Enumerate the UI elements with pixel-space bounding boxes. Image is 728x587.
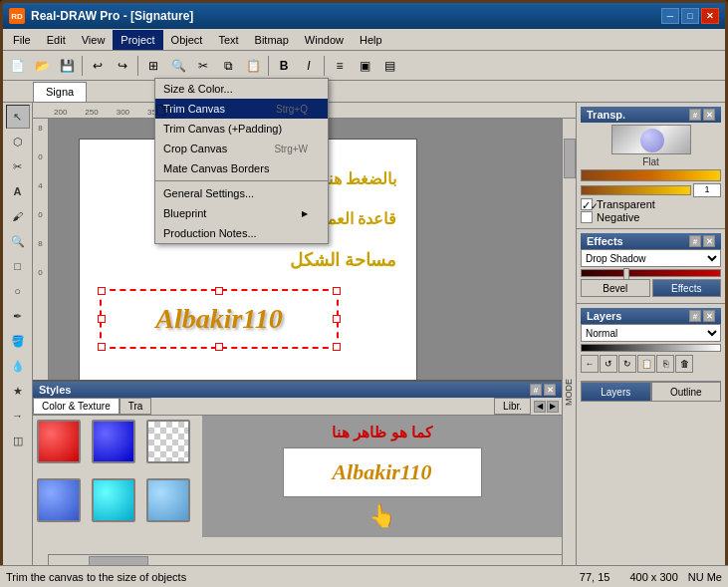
layers-pin[interactable]: #	[689, 310, 701, 322]
zoom-tool[interactable]: 🔍	[6, 229, 30, 253]
bevel-button[interactable]: Bevel	[581, 279, 650, 297]
menu-text[interactable]: Text	[210, 30, 246, 50]
swatch-transparent[interactable]	[146, 420, 190, 463]
styles-tab-lib[interactable]: Libr.	[494, 398, 531, 415]
resize-handle-tl[interactable]	[98, 287, 106, 295]
swatch-dark-blue[interactable]	[37, 478, 81, 522]
styles-nav-left[interactable]: ◀	[534, 401, 546, 413]
scroll-thumb[interactable]	[564, 139, 576, 178]
zoom-fit-icon[interactable]: ⊞	[141, 54, 165, 78]
resize-handle-mr[interactable]	[333, 315, 341, 323]
effects-button[interactable]: Effects	[652, 279, 722, 297]
transparent-checkbox[interactable]: ✓	[581, 198, 593, 210]
brush-tool[interactable]: 🖌	[6, 204, 30, 228]
color-gradient-bar[interactable]	[581, 169, 721, 181]
maximize-button[interactable]: □	[681, 8, 699, 24]
crop-tool[interactable]: ✂	[6, 154, 30, 178]
layers-opacity-slider[interactable]	[581, 344, 721, 352]
menu-help[interactable]: Help	[352, 30, 390, 50]
ungroup-icon[interactable]: ▤	[377, 54, 401, 78]
paste-icon[interactable]: 📋	[241, 54, 265, 78]
transp-close[interactable]: ✕	[703, 109, 715, 121]
swatch-red[interactable]	[37, 420, 81, 463]
styles-close-btn[interactable]: ✕	[544, 384, 556, 396]
styles-nav-right[interactable]: ▶	[547, 401, 559, 413]
menu-bitmap[interactable]: Bitmap	[247, 30, 297, 50]
menu-trim-canvas[interactable]: Trim Canvas Strg+Q	[155, 99, 328, 119]
resize-handle-bl[interactable]	[98, 343, 106, 351]
align-icon[interactable]: ≡	[328, 54, 352, 78]
layers-tab-outline[interactable]: Outline	[651, 382, 722, 402]
menu-object[interactable]: Object	[163, 30, 211, 50]
redo-icon[interactable]: ↪	[111, 54, 134, 78]
text-tool[interactable]: A	[6, 179, 30, 203]
signature-object[interactable]: Albakir110	[100, 289, 339, 349]
eyedropper-tool[interactable]: 💧	[6, 354, 30, 378]
layer-icon-4[interactable]: 📋	[637, 355, 655, 373]
layer-icon-5[interactable]: ⎘	[656, 355, 674, 373]
minimize-button[interactable]: ─	[661, 8, 679, 24]
menu-project[interactable]: Project	[113, 30, 162, 50]
layers-blend-mode[interactable]: Normal Multiply Screen Overlay	[581, 324, 721, 342]
opacity-slider[interactable]	[581, 185, 691, 195]
pen-tool[interactable]: ✒	[6, 304, 30, 328]
bold-icon[interactable]: B	[272, 54, 296, 78]
menu-blueprint[interactable]: Blueprint ▶	[155, 203, 328, 223]
fill-tool[interactable]: 🪣	[6, 329, 30, 353]
italic-icon[interactable]: I	[297, 54, 321, 78]
new-icon[interactable]: 📄	[5, 54, 29, 78]
resize-handle-tc[interactable]	[215, 287, 223, 295]
effects-pin[interactable]: #	[689, 235, 701, 247]
effects-slider[interactable]	[581, 269, 721, 277]
menu-edit[interactable]: Edit	[39, 30, 74, 50]
effects-dropdown[interactable]: Drop Shadow Glow Blur Emboss	[581, 249, 721, 267]
swatch-blue[interactable]	[92, 420, 135, 463]
menu-view[interactable]: View	[74, 30, 114, 50]
layers-tab-layers[interactable]: Layers	[581, 382, 651, 402]
styles-pin-btn[interactable]: #	[530, 384, 542, 396]
menu-trim-canvas-padding[interactable]: Trim Canvas (+Padding)	[155, 119, 328, 139]
select-tool[interactable]: ↖	[6, 105, 30, 129]
opacity-value[interactable]: 1	[693, 183, 721, 197]
menu-file[interactable]: File	[5, 30, 39, 50]
resize-handle-bc[interactable]	[215, 343, 223, 351]
menu-mate-canvas[interactable]: Mate Canvas Borders	[155, 158, 328, 178]
cut-icon[interactable]: ✂	[191, 54, 215, 78]
rectangle-tool[interactable]: □	[6, 254, 30, 278]
negative-checkbox[interactable]	[581, 211, 593, 223]
star-tool[interactable]: ★	[6, 379, 30, 403]
open-icon[interactable]: 📂	[30, 54, 54, 78]
layer-icon-6[interactable]: 🗑	[675, 355, 693, 373]
undo-icon[interactable]: ↩	[86, 54, 110, 78]
shadow-tool[interactable]: ◫	[6, 429, 30, 452]
copy-icon[interactable]: ⧉	[216, 54, 240, 78]
menu-general-settings[interactable]: General Settings...	[155, 183, 328, 203]
resize-handle-ml[interactable]	[98, 315, 106, 323]
arrow-tool[interactable]: →	[6, 404, 30, 428]
menu-crop-canvas[interactable]: Crop Canvas Strg+W	[155, 139, 328, 158]
node-tool[interactable]: ⬡	[6, 130, 30, 153]
styles-tab-color[interactable]: Color & Texture	[33, 398, 120, 415]
swatch-cyan[interactable]	[92, 478, 135, 522]
group-icon[interactable]: ▣	[353, 54, 376, 78]
resize-handle-tr[interactable]	[333, 287, 341, 295]
transp-pin[interactable]: #	[689, 109, 701, 121]
effects-close[interactable]: ✕	[703, 235, 715, 247]
swatch-light-blue[interactable]	[146, 478, 190, 522]
ellipse-tool[interactable]: ○	[6, 279, 30, 303]
save-icon[interactable]: 💾	[55, 54, 79, 78]
layer-icon-2[interactable]: ↺	[600, 355, 617, 373]
resize-handle-br[interactable]	[333, 343, 341, 351]
layers-close[interactable]: ✕	[703, 310, 715, 322]
effects-slider-thumb[interactable]	[623, 268, 629, 280]
styles-tab-tra[interactable]: Tra	[120, 398, 152, 415]
document-tab[interactable]: Signa	[33, 82, 87, 102]
scrollbar-vertical[interactable]	[562, 119, 576, 568]
zoom-in-icon[interactable]: 🔍	[166, 54, 190, 78]
layer-icon-1[interactable]: ←	[581, 355, 599, 373]
menu-size-color[interactable]: Size & Color...	[155, 79, 328, 99]
layer-icon-3[interactable]: ↻	[618, 355, 636, 373]
menu-production-notes[interactable]: Production Notes...	[155, 223, 328, 243]
close-button[interactable]: ✕	[701, 8, 719, 24]
menu-window[interactable]: Window	[297, 30, 352, 50]
